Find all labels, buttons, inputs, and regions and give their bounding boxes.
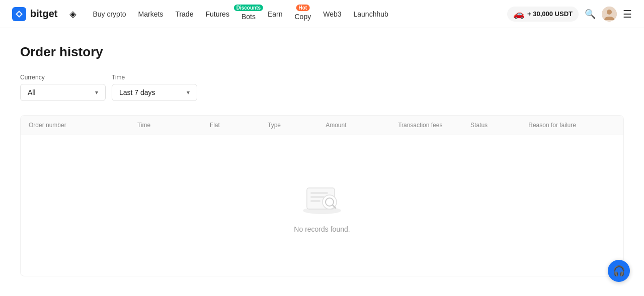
nav-label-markets: Markets — [138, 10, 164, 18]
svg-rect-8 — [310, 200, 320, 202]
menu-icon[interactable]: ☰ — [623, 8, 632, 20]
search-icon[interactable]: 🔍 — [585, 9, 596, 20]
nav-item-bots[interactable]: DiscountsBots — [235, 5, 262, 24]
table-header-transaction-fees: Transaction fees — [398, 122, 470, 129]
empty-state: No records found. — [294, 158, 350, 253]
time-label: Time — [112, 74, 197, 81]
nav-item-futures[interactable]: Futures — [199, 7, 235, 21]
nav-label-buy-crypto: Buy crypto — [93, 10, 126, 18]
table-header-order-number: Order number — [29, 122, 137, 129]
table-header-flat: Flat — [210, 122, 268, 129]
svg-rect-3 — [602, 7, 617, 22]
table-header-status: Status — [470, 122, 528, 129]
avatar[interactable] — [602, 7, 617, 22]
bitget-logo-icon — [12, 7, 26, 21]
badge-bots: Discounts — [234, 5, 263, 11]
nav-item-trade[interactable]: Trade — [169, 7, 199, 21]
currency-filter: Currency All ▾ — [20, 74, 106, 101]
empty-illustration — [299, 178, 345, 218]
svg-rect-7 — [310, 196, 325, 198]
nav-items: Buy cryptoMarketsTradeFuturesDiscountsBo… — [87, 5, 394, 24]
table-header-reason-for-failure: Reason for failure — [528, 122, 615, 129]
nav-item-launchhub[interactable]: Launchhub — [348, 7, 394, 21]
navbar: bitget ◈ Buy cryptoMarketsTradeFuturesDi… — [0, 0, 644, 28]
nav-item-markets[interactable]: Markets — [132, 7, 170, 21]
filters-row: Currency All ▾ Time Last 7 days ▾ — [20, 74, 624, 101]
logo[interactable]: bitget — [12, 7, 57, 21]
currency-value: All — [28, 88, 36, 96]
table-header-amount: Amount — [326, 122, 398, 129]
time-select[interactable]: Last 7 days ▾ — [112, 84, 197, 101]
nav-label-bots: Bots — [242, 13, 256, 21]
table-body: No records found. — [21, 135, 623, 276]
nav-label-earn: Earn — [268, 10, 283, 18]
badge-copy: Hot — [296, 5, 310, 11]
reward-badge[interactable]: 🚗 + 30,000 USDT — [507, 7, 579, 22]
headset-icon: 🎧 — [613, 265, 625, 277]
currency-chevron-icon: ▾ — [95, 89, 98, 96]
table-header-type: Type — [268, 122, 326, 129]
car-icon: 🚗 — [513, 9, 524, 20]
svg-rect-6 — [310, 192, 328, 194]
nav-label-trade: Trade — [175, 10, 193, 18]
nav-label-copy: Copy — [295, 13, 311, 21]
nav-label-launchhub: Launchhub — [354, 10, 388, 18]
nav-item-buy-crypto[interactable]: Buy crypto — [87, 7, 132, 21]
order-history-table: Order numberTimeFlatTypeAmountTransactio… — [20, 115, 624, 276]
main-content: Order history Currency All ▾ Time Last 7… — [0, 28, 644, 292]
support-button[interactable]: 🎧 — [608, 260, 630, 282]
nav-item-copy[interactable]: HotCopy — [289, 5, 317, 24]
logo-text: bitget — [30, 8, 57, 20]
time-value: Last 7 days — [119, 88, 155, 96]
nav-label-web3: Web3 — [323, 10, 341, 18]
page-title: Order history — [20, 44, 624, 60]
nav-right: 🚗 + 30,000 USDT 🔍 ☰ — [507, 7, 632, 22]
nav-item-earn[interactable]: Earn — [262, 7, 289, 21]
empty-text: No records found. — [294, 225, 350, 233]
time-filter: Time Last 7 days ▾ — [112, 74, 197, 101]
diamond-icon[interactable]: ◈ — [69, 9, 76, 20]
avatar-image — [602, 7, 617, 22]
nav-item-web3[interactable]: Web3 — [317, 7, 347, 21]
table-header-time: Time — [137, 122, 210, 129]
currency-select[interactable]: All ▾ — [20, 84, 106, 101]
reward-text: + 30,000 USDT — [527, 10, 573, 18]
time-chevron-icon: ▾ — [187, 89, 190, 96]
nav-label-futures: Futures — [205, 10, 229, 18]
table-header: Order numberTimeFlatTypeAmountTransactio… — [21, 116, 623, 135]
currency-label: Currency — [20, 74, 106, 81]
